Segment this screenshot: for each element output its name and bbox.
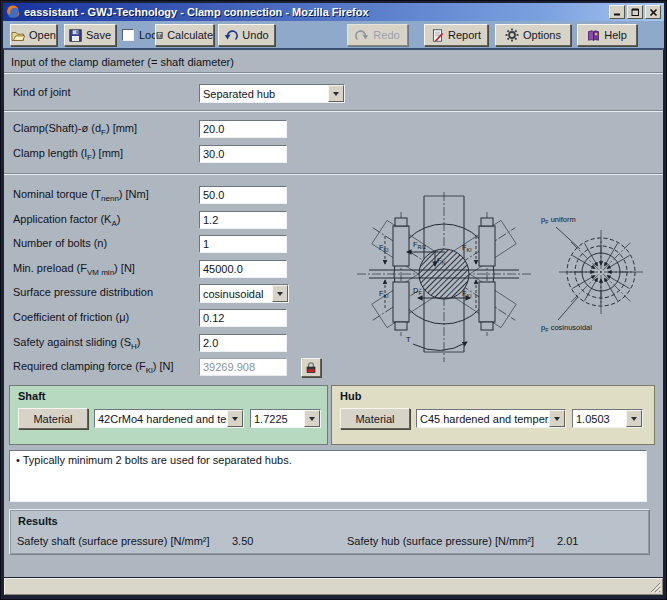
application-factor-label: Application factor (KA) (13, 211, 199, 228)
calculate-label: Calculate (167, 29, 213, 41)
shaft-panel-title: Shaft (18, 390, 46, 402)
calculate-button[interactable]: Calculate (155, 24, 214, 46)
close-icon (649, 8, 658, 17)
force-label: FKl (462, 243, 471, 253)
lock-icon (305, 361, 317, 374)
clamp-diameter-input[interactable] (199, 120, 287, 138)
hub-material-number-select[interactable]: 1.0503 (572, 409, 643, 428)
clamp-connection-diagram: FKl FKl FKl FKl FR/2 FN DF T (349, 190, 659, 372)
application-factor-row: Application factor (KA) (13, 211, 287, 229)
minimize-icon (613, 8, 621, 16)
separator (4, 72, 663, 74)
diameter-label: DF (413, 286, 422, 296)
clamp-length-input[interactable] (199, 145, 287, 163)
pressure-distribution-select[interactable]: cosinusoidal (199, 284, 289, 303)
lock-button[interactable] (301, 358, 321, 377)
hub-material-dropdown-button[interactable] (549, 410, 565, 427)
force-label: FKl (379, 289, 388, 299)
force-label: FKl (462, 289, 471, 299)
number-of-bolts-input[interactable] (199, 235, 287, 253)
chevron-down-icon (333, 92, 339, 99)
safety-sliding-label: Safety against sliding (SH) (13, 334, 199, 351)
kind-of-joint-select[interactable]: Separated hub (199, 84, 345, 103)
hub-material-button[interactable]: Material (340, 408, 410, 429)
clamp-length-label: Clamp length (lF) [mm] (13, 145, 199, 162)
shaft-material-number-select[interactable]: 1.7225 (250, 409, 321, 428)
min-preload-row: Min. preload (FVM min) [N] (13, 260, 287, 278)
separator (4, 110, 663, 112)
help-button[interactable]: Help (577, 24, 637, 46)
shaft-material-number-value: 1.7225 (254, 413, 288, 425)
titlebar: eassistant - GWJ-Technology - Clamp conn… (3, 3, 664, 21)
shaft-panel: Shaft Material 42CrMo4 hardened and te..… (9, 385, 328, 445)
min-preload-label: Min. preload (FVM min) [N] (13, 260, 199, 277)
safety-hub-label: Safety hub (surface pressure) [N/mm²] (347, 535, 534, 547)
shaft-material-value: 42CrMo4 hardened and te... (98, 413, 236, 425)
shaft-material-select[interactable]: 42CrMo4 hardened and te... (94, 409, 244, 428)
results-panel: Results Safety shaft (surface pressure) … (9, 509, 650, 555)
minimize-button[interactable] (609, 5, 625, 19)
save-button[interactable]: Save (64, 24, 116, 46)
save-label: Save (86, 29, 111, 41)
undo-label: Undo (242, 29, 268, 41)
resize-grip[interactable] (648, 580, 661, 593)
pressure-distribution-drawing: pF uniform pF cosinusoidal (541, 215, 643, 333)
report-label: Report (448, 29, 481, 41)
number-of-bolts-label: Number of bolts (n) (13, 235, 199, 249)
kind-of-joint-dropdown-button[interactable] (328, 85, 344, 102)
chevron-down-icon (232, 417, 238, 424)
maximize-button[interactable] (627, 5, 643, 19)
friction-label: Coefficient of friction (μ) (13, 309, 199, 323)
hub-material-value: C45 hardened and temper... (420, 413, 557, 425)
undo-icon (224, 29, 238, 42)
application-factor-input[interactable] (199, 211, 287, 229)
pressure-distribution-dropdown-button[interactable] (272, 285, 288, 302)
safety-hub-value: 2.01 (557, 535, 578, 547)
friction-input[interactable] (199, 309, 287, 327)
local-checkbox[interactable] (122, 29, 134, 41)
safety-sliding-row: Safety against sliding (SH) (13, 334, 287, 352)
open-label: Open (29, 29, 56, 41)
clamp-diameter-row: Clamp(Shaft)-ø (dF) [mm] (13, 120, 287, 138)
nominal-torque-input[interactable] (199, 186, 287, 204)
kind-of-joint-label: Kind of joint (13, 84, 199, 98)
close-button[interactable] (645, 5, 661, 19)
safety-sliding-input[interactable] (199, 334, 287, 352)
report-icon (431, 29, 444, 42)
redo-button: Redo (347, 24, 408, 46)
min-preload-input[interactable] (199, 260, 287, 278)
options-button[interactable]: Options (495, 24, 571, 46)
safety-shaft-label: Safety shaft (surface pressure) [N/mm²] (17, 535, 210, 547)
clamp-section-drawing: FKl FKl FKl FKl FR/2 FN DF T (357, 192, 533, 362)
shaft-material-dropdown-button[interactable] (227, 410, 243, 427)
chevron-down-icon (554, 417, 560, 424)
report-button[interactable]: Report (424, 24, 488, 46)
number-of-bolts-row: Number of bolts (n) (13, 235, 287, 253)
torque-label: T (406, 335, 411, 344)
open-button[interactable]: Open (10, 24, 57, 46)
nominal-torque-label: Nominal torque (Tnenn) [Nm] (13, 186, 199, 203)
hub-panel: Hub Material C45 hardened and temper... … (331, 385, 655, 445)
status-bar (4, 578, 663, 595)
undo-button[interactable]: Undo (218, 24, 275, 46)
window-title: eassistant - GWJ-Technology - Clamp conn… (24, 6, 607, 18)
force-label: FKl (379, 243, 388, 253)
separator (4, 173, 663, 175)
toolbar: Open Save Local Calculate (3, 21, 664, 50)
help-label: Help (604, 29, 627, 41)
shaft-material-button[interactable]: Material (18, 408, 88, 429)
hub-material-number-dropdown-button[interactable] (626, 410, 642, 427)
app-window: eassistant - GWJ-Technology - Clamp conn… (0, 0, 667, 600)
results-title: Results (18, 515, 58, 527)
section-header: Input of the clamp diameter (= shaft dia… (11, 56, 234, 68)
kind-of-joint-row: Kind of joint Separated hub (13, 84, 345, 103)
options-label: Options (523, 29, 561, 41)
pressure-distribution-row: Surface pressure distribution cosinusoid… (13, 284, 289, 303)
shaft-material-number-dropdown-button[interactable] (304, 410, 320, 427)
pressure-distribution-label: Surface pressure distribution (13, 284, 199, 298)
clamping-force-row: Required clamping force (FKl) [N] (13, 358, 287, 376)
hub-material-select[interactable]: C45 hardened and temper... (416, 409, 566, 428)
safety-shaft-value: 3.50 (232, 535, 253, 547)
maximize-icon (631, 8, 640, 17)
chevron-down-icon (309, 417, 315, 424)
